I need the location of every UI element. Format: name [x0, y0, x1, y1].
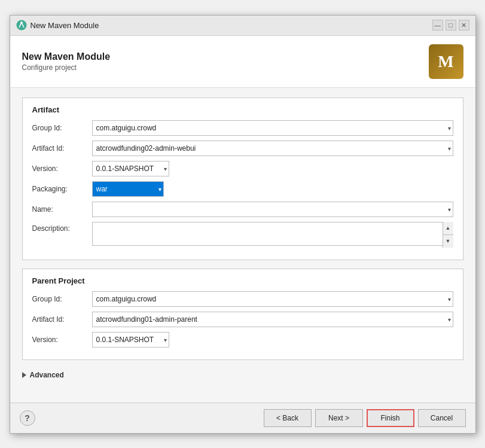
content-area: Artifact Group Id: ▾ Artifact Id: ▾ Ver: [10, 88, 475, 403]
description-scrollbar: ▲ ▼: [443, 222, 453, 248]
advanced-row[interactable]: Advanced: [22, 368, 463, 382]
artifact-id-label: Artifact Id:: [32, 144, 92, 153]
parent-group-id-label: Group Id:: [32, 295, 92, 303]
packaging-label: Packaging:: [32, 185, 92, 193]
help-button[interactable]: ?: [20, 410, 35, 426]
group-id-row: Group Id: ▾: [32, 120, 453, 136]
name-label: Name:: [32, 205, 92, 214]
header-section: New Maven Module Configure project M: [10, 36, 475, 88]
artifact-id-input[interactable]: [92, 141, 453, 156]
back-button[interactable]: < Back: [264, 409, 312, 427]
title-bar-left: New Maven Module: [16, 20, 99, 31]
parent-artifact-id-row: Artifact Id: ▾: [32, 312, 453, 327]
maven-icon: [16, 20, 27, 31]
description-scroll-up[interactable]: ▲: [443, 222, 453, 235]
minimize-button[interactable]: —: [432, 20, 443, 31]
name-row: Name: ▾: [32, 202, 453, 217]
title-bar-text: New Maven Module: [30, 21, 99, 30]
cancel-button[interactable]: Cancel: [418, 409, 466, 427]
description-scroll-down[interactable]: ▼: [443, 235, 453, 248]
parent-project-section: Parent Project Group Id: ▾ Artifact Id: …: [22, 269, 463, 360]
packaging-select[interactable]: jar war pom: [92, 181, 164, 197]
version-select[interactable]: 0.0.1-SNAPSHOT: [92, 161, 169, 176]
version-row: Version: 0.0.1-SNAPSHOT ▾: [32, 161, 453, 176]
footer-buttons: < Back Next > Finish Cancel: [264, 409, 466, 427]
parent-version-row: Version: 0.0.1-SNAPSHOT ▾: [32, 332, 453, 348]
version-select-wrap: 0.0.1-SNAPSHOT ▾: [92, 161, 169, 176]
description-label: Description:: [32, 222, 92, 233]
version-label: Version:: [32, 164, 92, 173]
artifact-id-wrap: ▾: [92, 141, 453, 156]
parent-group-id-row: Group Id: ▾: [32, 291, 453, 307]
group-id-input[interactable]: [92, 120, 453, 136]
packaging-row: Packaging: jar war pom ▾: [32, 181, 453, 197]
description-wrap: ▲ ▼: [92, 222, 453, 248]
advanced-triangle-icon: [22, 372, 26, 378]
svg-point-1: [20, 22, 23, 24]
title-bar-controls: — □ ✕: [432, 20, 469, 31]
parent-version-select-wrap: 0.0.1-SNAPSHOT ▾: [92, 332, 169, 348]
group-id-label: Group Id:: [32, 124, 92, 132]
parent-artifact-id-input[interactable]: [92, 312, 453, 327]
header-subtitle: Configure project: [22, 63, 111, 72]
advanced-label: Advanced: [30, 371, 64, 379]
artifact-section: Artifact Group Id: ▾ Artifact Id: ▾ Ver: [22, 97, 463, 260]
description-row: Description: ▲ ▼: [32, 222, 453, 248]
name-wrap: ▾: [92, 202, 453, 217]
artifact-section-title: Artifact: [32, 105, 453, 114]
title-bar: New Maven Module — □ ✕: [10, 16, 475, 36]
maven-header-icon: M: [429, 44, 463, 79]
name-input[interactable]: [92, 202, 453, 217]
group-id-wrap: ▾: [92, 120, 453, 136]
parent-version-select[interactable]: 0.0.1-SNAPSHOT: [92, 332, 169, 348]
parent-version-label: Version:: [32, 336, 92, 344]
header-title: New Maven Module: [22, 51, 111, 62]
finish-button[interactable]: Finish: [367, 409, 414, 427]
parent-section-title: Parent Project: [32, 276, 453, 285]
packaging-select-wrap: jar war pom ▾: [92, 181, 164, 197]
parent-group-id-input[interactable]: [92, 291, 453, 307]
parent-group-id-wrap: ▾: [92, 291, 453, 307]
maximize-button[interactable]: □: [446, 20, 456, 31]
artifact-id-row: Artifact Id: ▾: [32, 141, 453, 156]
parent-artifact-id-label: Artifact Id:: [32, 315, 92, 324]
footer: ? < Back Next > Finish Cancel: [10, 403, 475, 433]
description-input[interactable]: [92, 222, 453, 246]
header-text: New Maven Module Configure project: [22, 51, 111, 72]
parent-artifact-id-wrap: ▾: [92, 312, 453, 327]
close-button[interactable]: ✕: [459, 20, 469, 31]
next-button[interactable]: Next >: [315, 409, 363, 427]
dialog: New Maven Module — □ ✕ New Maven Module …: [10, 15, 476, 434]
